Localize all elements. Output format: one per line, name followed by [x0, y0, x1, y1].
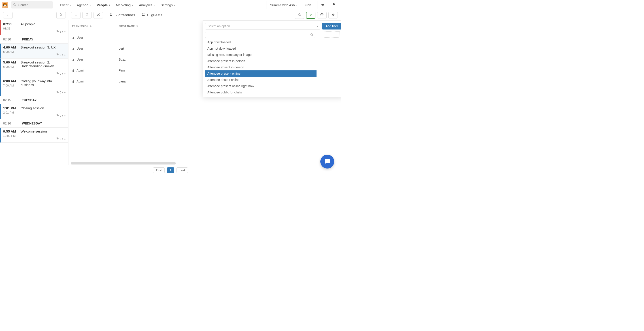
notifications-button[interactable]: [328, 1, 339, 9]
add-filter-button[interactable]: Add filter: [322, 23, 341, 29]
sidebar-event[interactable]: 5:00 AM6:00 AMBreakout session 2: Unders…: [0, 58, 68, 77]
day-date: 02/16: [3, 122, 16, 125]
search-icon: [13, 3, 16, 7]
filter-icon: [309, 13, 312, 17]
chat-button[interactable]: [320, 155, 334, 169]
event-title: All people: [20, 22, 66, 26]
attendees-count: 5: [114, 13, 116, 17]
sidebar-day-header: 02/15TUESDAY: [0, 96, 68, 104]
triangle-up-icon: ▴: [317, 25, 318, 27]
announcements-button[interactable]: [317, 1, 328, 9]
nav-item-event[interactable]: Event▾: [57, 1, 74, 9]
sidebar-event[interactable]: 6:00 AM7:00 AMCoding your way into busin…: [0, 77, 68, 96]
page-last-button[interactable]: Last: [176, 167, 188, 173]
app-logo[interactable]: 🐯: [2, 2, 8, 8]
event-end: 12:00 PM: [3, 134, 20, 137]
svg-point-12: [73, 59, 74, 60]
sidebar-event[interactable]: 07/3003/31All people5 / ∞: [0, 20, 68, 35]
shuffle-button[interactable]: [94, 12, 103, 19]
sidebar-event[interactable]: 4:00 AM5:00 AMBreakout session 3: UX0 / …: [0, 43, 68, 58]
filter-option[interactable]: App not downloaded: [205, 45, 316, 52]
sidebar-event[interactable]: 9:55 AM12:00 PMWelcome session0 / ∞: [0, 128, 68, 143]
filter-option[interactable]: Attendee absent online: [205, 77, 316, 83]
nav-label: Analytics: [139, 3, 152, 7]
filter-search-input[interactable]: [205, 32, 315, 38]
svg-line-3: [62, 15, 62, 16]
sidebar-day-header: 02/16WEDNESDAY: [0, 119, 68, 128]
event-end: 5:00 AM: [3, 50, 20, 53]
first-name-cell: bert: [115, 43, 161, 54]
filter-option[interactable]: Attendee present online right now: [205, 83, 316, 89]
summit-label: Summit with Ash: [270, 3, 295, 7]
event-title: Closing session: [20, 106, 66, 110]
event-times: 5:00 AM6:00 AM: [3, 60, 20, 75]
pagination: First 1 Last: [0, 165, 341, 175]
guests-count: 0: [147, 13, 149, 17]
nav-label: Marketing: [116, 3, 131, 7]
user-icon: [72, 47, 75, 50]
sort-icon: ⇅: [90, 25, 92, 27]
permission-cell: User: [72, 47, 112, 50]
page-first-button[interactable]: First: [153, 167, 164, 173]
filter-option[interactable]: Attendee present in-person: [205, 58, 316, 64]
svg-point-5: [142, 13, 144, 14]
table-search-button[interactable]: [295, 12, 304, 19]
people-icon: [141, 13, 146, 17]
day-label: FRIDAY: [22, 37, 33, 41]
nav-label: People: [97, 3, 108, 7]
nav-item-agenda[interactable]: Agenda▾: [74, 1, 94, 9]
search-input[interactable]: [11, 1, 53, 8]
settings-button[interactable]: [328, 12, 338, 19]
filter-option[interactable]: Attendee public for chats: [205, 89, 316, 95]
add-button[interactable]: ＋: [71, 12, 80, 19]
permission-label: Admin: [76, 80, 86, 83]
sidebar-search-button[interactable]: [56, 12, 66, 19]
filter-chip-placeholder: [324, 31, 340, 37]
user-menu[interactable]: Finn ▾: [301, 1, 317, 9]
event-capacity: 5 / ∞: [20, 30, 66, 33]
lock-icon: [72, 80, 75, 83]
nav-item-marketing[interactable]: Marketing▾: [113, 1, 136, 9]
filter-option[interactable]: Attendee absent in-person: [205, 64, 316, 70]
nav-right: Summit with Ash ▾ Finn ▾: [266, 1, 339, 9]
event-title: Coding your way into business: [20, 79, 66, 87]
column-header[interactable]: PERMISSION⇅: [68, 20, 115, 32]
help-button[interactable]: [317, 12, 326, 19]
event-title: Breakout session 2: Understanding Growth: [20, 60, 66, 68]
search-icon: [298, 13, 301, 17]
toolbar: ‹ ＋ 5 attendees 0 guests: [0, 10, 341, 20]
tags-icon: [56, 114, 59, 117]
sidebar-event[interactable]: 1:01 PM2:01 PMClosing session0 / ∞: [0, 104, 68, 119]
chevron-down-icon: ▾: [154, 4, 155, 6]
day-label: TUESDAY: [22, 98, 37, 102]
event-start: 4:00 AM: [3, 45, 20, 49]
day-label: WEDNESDAY: [22, 122, 42, 125]
chevron-down-icon: ▾: [174, 4, 175, 6]
gear-icon: [332, 13, 335, 17]
svg-point-13: [311, 33, 312, 35]
attendees-label: attendees: [118, 13, 135, 17]
filter-field-select[interactable]: Select an option ▴: [205, 23, 320, 29]
event-end: 7:00 AM: [3, 84, 20, 87]
horizontal-scrollbar[interactable]: [71, 162, 176, 164]
guests-stat: 0 guests: [141, 13, 162, 17]
refresh-button[interactable]: [82, 12, 92, 19]
lock-icon: [72, 69, 75, 72]
filter-option[interactable]: Missing role, company or image: [205, 52, 316, 58]
summit-selector[interactable]: Summit with Ash ▾: [266, 1, 301, 9]
nav-item-settings[interactable]: Settings▾: [158, 1, 178, 9]
column-header[interactable]: FIRST NAME⇅: [115, 20, 161, 32]
filter-options-list[interactable]: App downloadedApp not downloadedMissing …: [205, 39, 316, 95]
page-number-button[interactable]: 1: [167, 167, 174, 173]
search-icon: [60, 13, 63, 17]
nav-item-analytics[interactable]: Analytics▾: [136, 1, 158, 9]
filter-option[interactable]: Attendee present online: [205, 70, 316, 77]
filter-button[interactable]: [306, 12, 316, 19]
user-icon: [72, 58, 75, 61]
filter-option[interactable]: App downloaded: [205, 39, 316, 45]
back-button[interactable]: ‹: [3, 12, 12, 19]
guests-label: guests: [151, 13, 162, 17]
nav-item-people[interactable]: People▾: [94, 1, 113, 9]
sidebar-day-header: 07/30FRIDAY: [0, 35, 68, 43]
help-icon: [320, 13, 324, 17]
